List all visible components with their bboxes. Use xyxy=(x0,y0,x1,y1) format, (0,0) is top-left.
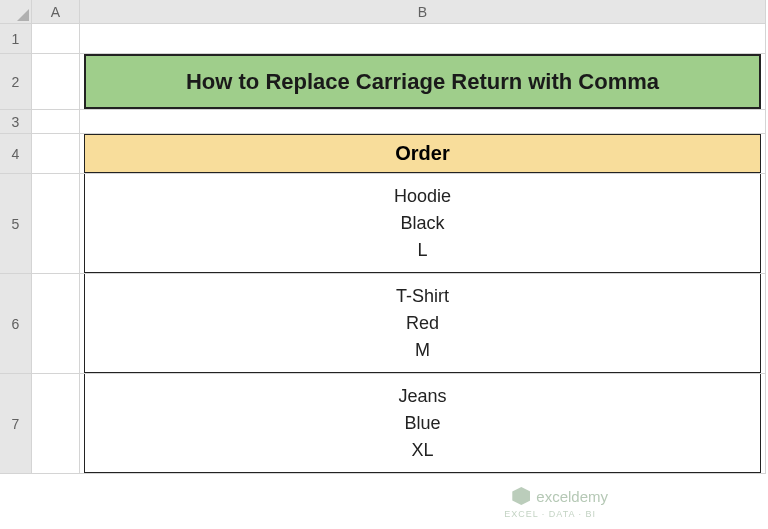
cell-b2[interactable]: How to Replace Carriage Return with Comm… xyxy=(80,54,766,110)
order-size: L xyxy=(417,237,427,264)
cell-a6[interactable] xyxy=(32,274,80,374)
watermark: exceldemy xyxy=(512,487,608,505)
table-row: Hoodie Black L xyxy=(84,174,761,273)
order-size: M xyxy=(415,337,430,364)
row-header-3[interactable]: 3 xyxy=(0,110,32,134)
cell-b1[interactable] xyxy=(80,24,766,54)
cell-b4[interactable]: Order xyxy=(80,134,766,174)
order-item: T-Shirt xyxy=(396,283,449,310)
row-header-5[interactable]: 5 xyxy=(0,174,32,274)
order-color: Black xyxy=(400,210,444,237)
row-header-1[interactable]: 1 xyxy=(0,24,32,54)
watermark-icon xyxy=(512,487,530,505)
cell-b6[interactable]: T-Shirt Red M xyxy=(80,274,766,374)
order-color: Blue xyxy=(404,410,440,437)
cell-a3[interactable] xyxy=(32,110,80,134)
cell-b3[interactable] xyxy=(80,110,766,134)
row-header-7[interactable]: 7 xyxy=(0,374,32,474)
order-item: Hoodie xyxy=(394,183,451,210)
select-all-corner[interactable] xyxy=(0,0,32,24)
cell-a1[interactable] xyxy=(32,24,80,54)
table-row: T-Shirt Red M xyxy=(84,274,761,373)
order-color: Red xyxy=(406,310,439,337)
table-header: Order xyxy=(84,134,761,173)
col-header-a[interactable]: A xyxy=(32,0,80,24)
order-item: Jeans xyxy=(398,383,446,410)
page-title: How to Replace Carriage Return with Comm… xyxy=(84,54,761,109)
cell-b7[interactable]: Jeans Blue XL xyxy=(80,374,766,474)
table-row: Jeans Blue XL xyxy=(84,374,761,473)
watermark-text: exceldemy xyxy=(536,488,608,505)
watermark-sub: EXCEL · DATA · BI xyxy=(504,509,596,519)
cell-a5[interactable] xyxy=(32,174,80,274)
col-header-b[interactable]: B xyxy=(80,0,766,24)
row-header-6[interactable]: 6 xyxy=(0,274,32,374)
cell-a4[interactable] xyxy=(32,134,80,174)
row-header-4[interactable]: 4 xyxy=(0,134,32,174)
order-size: XL xyxy=(411,437,433,464)
row-header-2[interactable]: 2 xyxy=(0,54,32,110)
cell-a2[interactable] xyxy=(32,54,80,110)
cell-b5[interactable]: Hoodie Black L xyxy=(80,174,766,274)
spreadsheet-grid: A B 1 2 How to Replace Carriage Return w… xyxy=(0,0,768,474)
cell-a7[interactable] xyxy=(32,374,80,474)
